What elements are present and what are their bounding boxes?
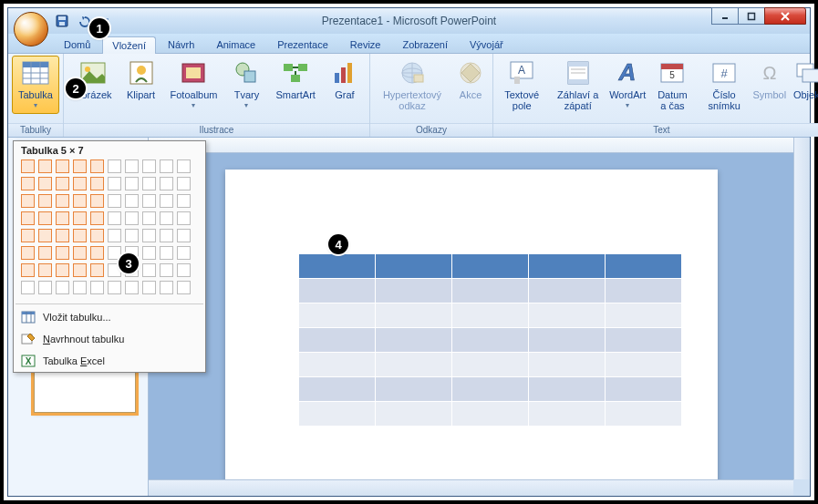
- grid-cell[interactable]: [142, 194, 156, 208]
- grid-cell[interactable]: [21, 229, 35, 242]
- grid-cell[interactable]: [108, 194, 121, 208]
- grid-cell[interactable]: [90, 159, 104, 173]
- tab-animations[interactable]: Animace: [206, 36, 265, 53]
- grid-cell[interactable]: [73, 159, 87, 173]
- grid-cell[interactable]: [108, 177, 121, 190]
- grid-cell[interactable]: [142, 211, 156, 225]
- table-size-grid[interactable]: [21, 159, 192, 296]
- grid-cell[interactable]: [125, 211, 139, 225]
- grid-cell[interactable]: [125, 177, 139, 190]
- grid-cell[interactable]: [125, 194, 139, 208]
- tab-home[interactable]: Domů: [54, 36, 100, 53]
- draw-table-item[interactable]: Navrhnout tabulku: [14, 328, 205, 350]
- grid-cell[interactable]: [73, 211, 87, 225]
- grid-cell[interactable]: [56, 177, 69, 190]
- grid-cell[interactable]: [38, 177, 52, 190]
- tab-view[interactable]: Zobrazení: [392, 36, 458, 53]
- grid-cell[interactable]: [177, 246, 191, 260]
- grid-cell[interactable]: [90, 177, 104, 190]
- grid-cell[interactable]: [142, 263, 156, 277]
- maximize-button[interactable]: [738, 7, 765, 25]
- grid-cell[interactable]: [177, 177, 191, 190]
- close-button[interactable]: [764, 7, 806, 25]
- grid-cell[interactable]: [142, 159, 156, 173]
- grid-cell[interactable]: [160, 229, 173, 242]
- grid-cell[interactable]: [160, 211, 173, 225]
- grid-cell[interactable]: [38, 229, 52, 242]
- grid-cell[interactable]: [142, 281, 156, 294]
- grid-cell[interactable]: [73, 177, 87, 190]
- action-button[interactable]: Akce: [452, 56, 489, 103]
- grid-cell[interactable]: [21, 246, 35, 260]
- grid-cell[interactable]: [160, 159, 173, 173]
- tab-design[interactable]: Návrh: [158, 36, 204, 53]
- vertical-scrollbar[interactable]: [793, 138, 810, 479]
- grid-cell[interactable]: [160, 194, 173, 208]
- grid-cell[interactable]: [21, 177, 35, 190]
- grid-cell[interactable]: [38, 194, 52, 208]
- grid-cell[interactable]: [108, 159, 121, 173]
- grid-cell[interactable]: [177, 159, 191, 173]
- grid-cell[interactable]: [73, 281, 87, 294]
- grid-cell[interactable]: [90, 229, 104, 242]
- grid-cell[interactable]: [160, 263, 173, 277]
- grid-cell[interactable]: [21, 211, 35, 225]
- grid-cell[interactable]: [108, 211, 121, 225]
- grid-cell[interactable]: [38, 281, 52, 294]
- grid-cell[interactable]: [38, 211, 52, 225]
- chart-button[interactable]: Graf: [324, 56, 366, 103]
- tab-slideshow[interactable]: Prezentace: [267, 36, 338, 53]
- object-button[interactable]: Objekt: [790, 56, 818, 103]
- hyperlink-button[interactable]: Hypertextový odkaz: [374, 56, 450, 114]
- grid-cell[interactable]: [90, 246, 104, 260]
- grid-cell[interactable]: [90, 263, 104, 277]
- grid-cell[interactable]: [142, 246, 156, 260]
- grid-cell[interactable]: [125, 281, 139, 294]
- clipart-button[interactable]: Klipart: [120, 56, 162, 103]
- excel-table-item[interactable]: X Tabulka Excel: [14, 350, 205, 372]
- tab-insert[interactable]: Vložení: [102, 36, 156, 54]
- headerfooter-button[interactable]: Záhlaví a zápatí: [548, 56, 607, 114]
- grid-cell[interactable]: [177, 263, 191, 277]
- grid-cell[interactable]: [177, 281, 191, 294]
- grid-cell[interactable]: [90, 281, 104, 294]
- grid-cell[interactable]: [73, 246, 87, 260]
- table-button[interactable]: Tabulka▾: [12, 56, 59, 114]
- grid-cell[interactable]: [108, 229, 121, 242]
- grid-cell[interactable]: [108, 281, 121, 294]
- grid-cell[interactable]: [160, 246, 173, 260]
- grid-cell[interactable]: [38, 159, 52, 173]
- minimize-button[interactable]: [711, 7, 739, 25]
- slidenumber-button[interactable]: # Číslo snímku: [699, 56, 749, 114]
- smartart-button[interactable]: SmartArt: [269, 56, 321, 103]
- tab-review[interactable]: Revize: [340, 36, 391, 53]
- photoalbum-button[interactable]: Fotoalbum▾: [164, 56, 224, 114]
- grid-cell[interactable]: [56, 263, 69, 277]
- grid-cell[interactable]: [21, 281, 35, 294]
- grid-cell[interactable]: [177, 194, 191, 208]
- grid-cell[interactable]: [73, 229, 87, 242]
- grid-cell[interactable]: [21, 194, 35, 208]
- datetime-button[interactable]: 5 Datum a čas: [647, 56, 697, 114]
- grid-cell[interactable]: [56, 281, 69, 294]
- grid-cell[interactable]: [38, 246, 52, 260]
- horizontal-scrollbar[interactable]: [149, 479, 793, 496]
- grid-cell[interactable]: [56, 159, 69, 173]
- wordart-button[interactable]: A WordArt▾: [609, 56, 646, 114]
- grid-cell[interactable]: [56, 229, 69, 242]
- inserted-table[interactable]: [298, 253, 682, 427]
- shapes-button[interactable]: Tvary▾: [225, 56, 267, 114]
- grid-cell[interactable]: [142, 229, 156, 242]
- grid-cell[interactable]: [73, 263, 87, 277]
- tab-developer[interactable]: Vývojář: [460, 36, 513, 53]
- grid-cell[interactable]: [125, 229, 139, 242]
- grid-cell[interactable]: [90, 211, 104, 225]
- grid-cell[interactable]: [177, 229, 191, 242]
- grid-cell[interactable]: [142, 177, 156, 190]
- office-button[interactable]: [14, 12, 48, 46]
- grid-cell[interactable]: [177, 211, 191, 225]
- grid-cell[interactable]: [56, 246, 69, 260]
- grid-cell[interactable]: [21, 263, 35, 277]
- textbox-button[interactable]: A Textové pole: [497, 56, 546, 114]
- slide-canvas[interactable]: [225, 170, 718, 479]
